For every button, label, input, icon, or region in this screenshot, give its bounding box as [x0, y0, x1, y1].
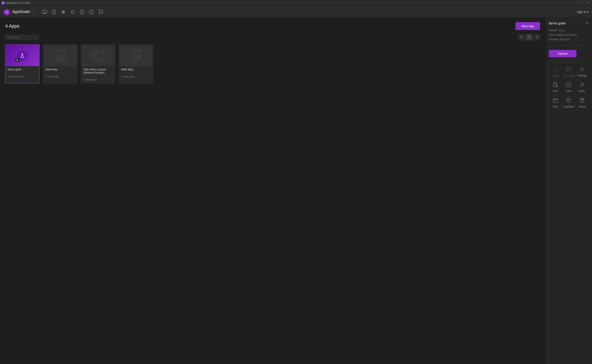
svg-text:i: i [91, 10, 92, 13]
edit-icon: {} [566, 82, 571, 88]
version-text: Version: 1.0.1 [549, 28, 589, 33]
svg-rect-41 [95, 54, 97, 55]
created-text: Created: 3/5/2019 [549, 37, 589, 42]
app-card-time: 2 weeks ago [83, 78, 113, 81]
header: ✦ AppStudio [0, 6, 592, 18]
page-title: 4 Apps [5, 23, 19, 29]
main-layout: 4 Apps New App [0, 18, 592, 364]
delete-button[interactable]: Delete [575, 96, 589, 110]
app-logo: ✦ AppStudio [3, 8, 30, 15]
help-icon[interactable]: ? [78, 8, 86, 16]
files-button[interactable]: Files [549, 96, 562, 110]
edit-pencil-icon[interactable]: ✎ [586, 21, 589, 25]
app-title: AppStudio [12, 10, 30, 14]
last-modified-text: Last modified: 6/23/2019 [549, 33, 589, 38]
sidebar-divider-2 [549, 61, 589, 61]
side-menu-icon [91, 49, 106, 62]
svg-point-23 [527, 36, 531, 39]
svg-rect-65 [553, 99, 558, 102]
maximize-button[interactable]: □ [580, 1, 585, 5]
edit-label: Edit [566, 90, 571, 93]
arcgis-logo-icon: ✦ [3, 8, 10, 15]
title-bar-left: AppStudio for ArcGIS [2, 1, 30, 5]
app-card-info-web-map-2: Web Map 2 weeks ago [119, 66, 153, 80]
search-box [5, 35, 39, 40]
duplicate-icon [566, 98, 571, 104]
qr-code-button[interactable]: QR Code [562, 65, 575, 79]
duplicate-label: Duplicate [563, 105, 574, 108]
detail-sidebar: farms grain ✎ Version: 1.0.1 Last modifi… [545, 18, 592, 364]
title-bar: AppStudio for ArcGIS – □ ✕ [0, 0, 592, 6]
app-card-time: 2 weeks ago [121, 75, 151, 78]
app-card-web-map-2[interactable]: Web Map 2 weeks ago [119, 44, 153, 84]
info-icon[interactable]: i [87, 8, 96, 16]
sliders-icon[interactable] [59, 8, 68, 16]
chat-icon[interactable] [97, 8, 105, 16]
svg-rect-68 [580, 99, 584, 102]
svg-point-7 [54, 13, 54, 13]
svg-rect-55 [570, 71, 571, 72]
app-card-farms-grain[interactable]: farms grain 22 minutes ago [5, 44, 40, 84]
header-nav: ? i [40, 8, 573, 16]
app-card-time: 22 minutes ago [8, 75, 37, 78]
filter-icon[interactable] [518, 34, 525, 41]
sidebar-meta: Version: 1.0.1 Last modified: 6/23/2019 … [549, 28, 589, 42]
svg-point-44 [137, 55, 139, 57]
monitor-icon[interactable] [40, 8, 49, 16]
svg-text:✦: ✦ [6, 11, 8, 14]
run-label: Run [553, 90, 558, 93]
minimize-button[interactable]: – [575, 1, 580, 5]
sort-toggle-icon[interactable] [533, 34, 540, 41]
make-button[interactable]: Make [575, 81, 589, 94]
upload-button[interactable]: Upload [549, 50, 577, 57]
run-icon [553, 82, 558, 88]
app-card-thumbnail-web-map-2 [119, 45, 153, 66]
app-card-name: Web Map [46, 68, 75, 71]
sort-down-icon[interactable] [526, 34, 532, 41]
svg-line-19 [9, 38, 10, 38]
app-card-name: Web Map [121, 68, 151, 71]
run-button[interactable]: Run [549, 81, 562, 94]
app-logo-small [2, 1, 5, 5]
settings-label: Settings [577, 74, 586, 77]
edit-button[interactable]: {} Edit [562, 81, 575, 94]
files-icon [553, 98, 558, 104]
farms-grain-icon [15, 48, 30, 63]
duplicate-button[interactable]: Duplicate [562, 96, 575, 110]
web-map-icon-2 [128, 49, 143, 62]
open-button[interactable]: Open [549, 65, 562, 79]
settings-button[interactable]: Settings [575, 65, 589, 79]
svg-rect-2 [43, 10, 47, 13]
app-card-thumbnail-side-menu [81, 45, 115, 66]
svg-rect-51 [567, 70, 568, 71]
make-icon [579, 82, 585, 88]
app-card-side-menu[interactable]: Side Menu Layout (Material Design) 2 wee… [81, 44, 115, 84]
apps-grid: farms grain 22 minutes ago Web Map [5, 44, 540, 84]
open-label: Open [552, 74, 559, 77]
toolbar-row [5, 34, 540, 41]
svg-rect-49 [567, 68, 568, 68]
svg-point-11 [62, 10, 63, 11]
play-triangle-icon [17, 59, 18, 61]
close-button[interactable]: ✕ [586, 1, 590, 5]
svg-point-13 [62, 12, 63, 13]
svg-text:?: ? [81, 11, 83, 13]
sidebar-actions: Open [549, 65, 589, 110]
refresh-icon[interactable] [68, 8, 77, 16]
app-card-web-map-1[interactable]: Web Map 2 weeks ago [43, 44, 77, 84]
app-card-info-farms-grain: farms grain 22 minutes ago [6, 66, 39, 80]
app-card-name: farms grain [8, 68, 37, 71]
svg-rect-66 [568, 99, 571, 102]
sign-in-button[interactable]: Sign In ▾ [577, 10, 589, 13]
svg-rect-50 [569, 68, 570, 68]
title-bar-controls: – □ ✕ [575, 1, 590, 5]
svg-point-56 [581, 69, 583, 70]
sidebar-header: farms grain ✎ [549, 21, 589, 25]
sidebar-app-name: farms grain [549, 21, 566, 25]
search-input[interactable] [11, 36, 37, 39]
new-app-button[interactable]: New App [515, 22, 540, 30]
mobile-icon[interactable] [50, 8, 58, 16]
settings-icon [579, 67, 585, 73]
delete-icon [580, 98, 584, 104]
svg-text:{}: {} [567, 84, 570, 86]
